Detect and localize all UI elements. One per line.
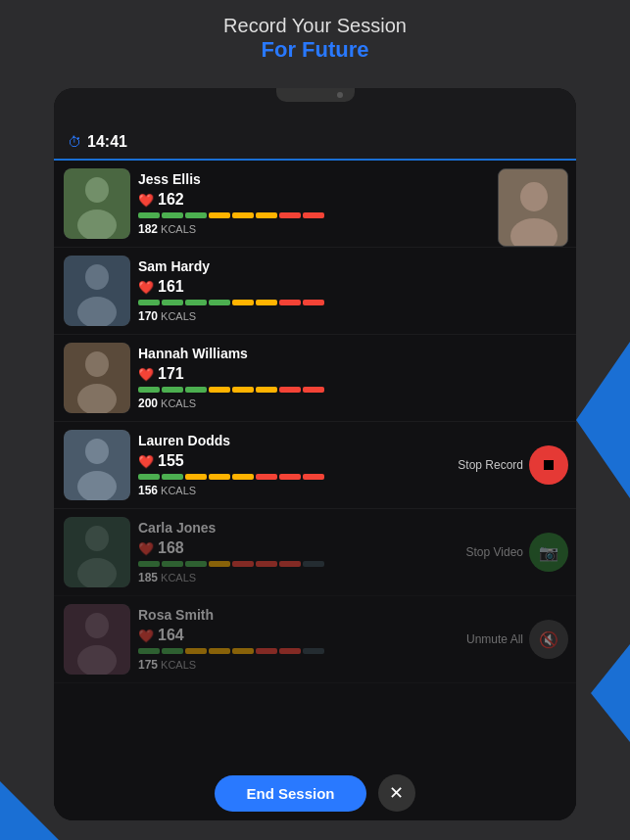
kcals-value: 156: [138, 484, 158, 497]
participant-thumbnail: [64, 343, 130, 413]
heart-icon: ❤️: [138, 541, 154, 556]
kcals-display: 185 KCALS: [138, 571, 558, 584]
intensity-segment: [185, 212, 207, 218]
timer-icon: ⏱: [68, 134, 81, 150]
heart-rate-display: ❤️ 162: [138, 191, 558, 209]
heart-value: 155: [158, 452, 184, 470]
control-row: Unmute All 🔇: [466, 620, 568, 659]
intensity-segment: [279, 212, 301, 218]
participant-row: Jess Ellis❤️ 162182 KCALS: [54, 161, 576, 248]
intensity-segment: [209, 648, 230, 654]
participant-name: Jess Ellis: [138, 171, 558, 187]
svg-point-1: [85, 177, 109, 203]
control-item: Stop Record ⏹: [458, 445, 568, 485]
intensity-segment: [209, 300, 230, 305]
kcals-display: 170 KCALS: [138, 309, 558, 323]
heart-rate-display: ❤️ 161: [138, 278, 558, 296]
participant-thumbnail: [64, 604, 130, 675]
kcals-label: KCALS: [161, 397, 196, 409]
control-label: Unmute All: [466, 632, 523, 646]
kcals-display: 175 KCALS: [138, 658, 558, 672]
heart-value: 161: [158, 278, 184, 296]
participant-info: Sam Hardy❤️ 161170 KCALS: [130, 258, 566, 323]
kcals-label: KCALS: [161, 659, 196, 671]
kcals-label: KCALS: [161, 310, 196, 322]
control-label: Stop Video: [466, 545, 524, 559]
intensity-segment: [138, 212, 160, 218]
intensity-segment: [232, 648, 254, 654]
kcals-display: 182 KCALS: [138, 222, 558, 236]
intensity-segment: [303, 648, 324, 654]
participants-list: Jess Ellis❤️ 162182 KCALS Sam Hardy❤️ 16…: [54, 161, 576, 807]
intensity-segment: [232, 387, 254, 393]
heart-value: 162: [158, 191, 184, 209]
intensity-segment: [162, 212, 183, 218]
intensity-segment: [162, 648, 183, 654]
control-button-unmute-all[interactable]: 🔇: [529, 620, 568, 659]
blue-decoration-right: [576, 342, 630, 498]
intensity-segment: [279, 474, 301, 480]
intensity-segment: [209, 387, 230, 393]
bottom-bar: End Session ✕: [54, 766, 576, 820]
kcals-display: 156 KCALS: [138, 484, 558, 497]
intensity-segment: [232, 300, 254, 305]
intensity-segment: [232, 561, 254, 567]
intensity-segment: [256, 300, 277, 305]
phone-top-bar: [54, 88, 576, 125]
participant-info: Hannah Williams❤️ 171200 KCALS: [130, 346, 566, 410]
intensity-segment: [138, 387, 160, 393]
kcals-value: 170: [138, 309, 158, 323]
heart-icon: ❤️: [138, 629, 154, 643]
intensity-segment: [303, 387, 324, 393]
intensity-segment: [185, 648, 207, 654]
svg-point-4: [520, 182, 548, 211]
participant-row: Hannah Williams❤️ 171200 KCALS: [54, 335, 576, 422]
control-label: Stop Record: [458, 458, 523, 472]
heart-icon: ❤️: [138, 193, 154, 208]
svg-point-13: [85, 439, 109, 464]
intensity-bar: [138, 387, 558, 393]
intensity-segment: [303, 474, 324, 480]
heart-rate-display: ❤️ 171: [138, 365, 558, 383]
end-session-button[interactable]: End Session: [215, 775, 365, 812]
kcals-label: KCALS: [161, 572, 196, 583]
kcals-display: 200 KCALS: [138, 397, 558, 410]
intensity-segment: [185, 387, 207, 393]
intensity-bar: [138, 300, 558, 305]
intensity-segment: [162, 474, 183, 480]
heart-icon: ❤️: [138, 280, 154, 295]
intensity-segment: [209, 212, 230, 218]
intensity-bar: [138, 212, 558, 218]
intensity-segment: [162, 300, 183, 305]
control-button-stop-video[interactable]: 📷: [529, 533, 568, 572]
intensity-segment: [256, 212, 277, 218]
control-row: Stop Video 📷: [466, 533, 569, 572]
kcals-value: 175: [138, 658, 158, 672]
intensity-segment: [185, 561, 207, 567]
video-thumbnail: [498, 168, 568, 247]
participant-row: Lauren Dodds❤️ 155156 KCALS Stop Record …: [54, 422, 576, 509]
kcals-label: KCALS: [161, 223, 196, 235]
kcals-value: 200: [138, 397, 158, 410]
participant-thumbnail: [64, 430, 130, 500]
close-button[interactable]: ✕: [378, 774, 415, 812]
intensity-segment: [185, 300, 207, 305]
control-button-stop-record[interactable]: ⏹: [529, 445, 568, 485]
intensity-segment: [279, 387, 301, 393]
participant-name: Sam Hardy: [138, 258, 558, 274]
svg-point-19: [85, 613, 109, 638]
kcals-value: 182: [138, 222, 158, 236]
svg-point-7: [85, 264, 109, 290]
phone-notch: [276, 88, 355, 102]
blue-decoration-bottom-left: [0, 781, 59, 840]
phone-frame: ⏱ 14:41 Jess Ellis❤️ 162182 KCALS Sam Ha…: [54, 88, 576, 820]
intensity-segment: [138, 474, 160, 480]
intensity-segment: [162, 561, 183, 567]
kcals-value: 185: [138, 571, 158, 584]
heart-icon: ❤️: [138, 367, 154, 382]
intensity-segment: [303, 212, 324, 218]
heart-value: 164: [158, 627, 184, 644]
participant-name: Hannah Williams: [138, 346, 558, 361]
svg-point-16: [85, 526, 109, 551]
header: Record Your Session For Future: [0, 15, 630, 63]
